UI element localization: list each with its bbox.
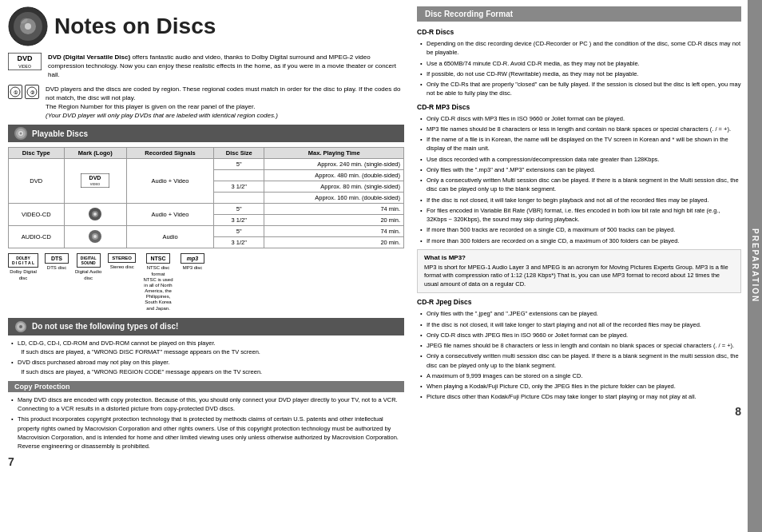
mp3-item-3: If the name of a file is in Korean, the … [420,135,741,153]
svg-point-23 [93,235,97,238]
what-is-mp3-box: What is MP3? MP3 is short for MPEG-1 Aud… [417,249,741,294]
cdr-item-2: Use a 650MB/74 minute CD-R. Avoid CD-R m… [420,59,741,68]
mp3-item-7: If the disc is not closed, it will take … [420,196,741,204]
cdr-mp3-list: Only CD-R discs with MP3 files in ISO 96… [417,114,741,245]
col-signals: Recorded Signals [126,148,213,159]
col-time: Max. Playing Time [264,148,404,159]
cdr-mp3-title: CD-R MP3 Discs [417,103,741,111]
dts-logo: DTS [45,253,69,264]
region-section: ① ② DVD players and the discs are coded … [8,85,404,121]
region-icon-2: ② [25,85,39,99]
disc-type-dvd: DVD [9,159,65,204]
dvd-logo-icon: DVD VIDEO [8,53,42,70]
warning-header: Do not use the following types of disc! [8,318,404,335]
region-icons: ① ② [8,85,39,99]
col-size: Disc Size [214,148,264,159]
cdr-discs-list: Depending on the disc recording device (… [417,39,741,98]
dolby-logo: DOLBYD I G I T A L [8,253,38,268]
acd-time-31: 20 min. [264,237,404,248]
copy-protection-section: Copy Protection Many DVD discs are encod… [8,381,404,451]
jpeg-item-5: Only a consecutively written multi sessi… [420,351,741,370]
warning-icon [14,320,27,333]
cdr-discs-title: CD-R Discs [417,28,741,36]
dvd-logo-cell: DVD VIDEO [64,159,126,204]
logo-mp3: mp3 MP3 disc [181,253,204,271]
vcd-time-5: 74 min. [264,204,404,215]
mp3-box-text: MP3 is short for MPEG-1 Audio Layer 3 an… [424,264,734,289]
logo-ntsc: NTSC NTSC disc formatNTSC is used in all… [142,253,174,312]
svg-point-26 [19,325,22,328]
mp3-item-10: If more than 300 folders are recorded on… [420,236,741,245]
jpeg-item-6: A maximum of 9,999 images can be stored … [420,371,741,380]
page-header: Notes on Discs [8,6,404,46]
svg-text:①: ① [14,90,18,95]
table-row: VIDEO-CD Audio + Video 5" 74 min. [9,204,404,215]
copy-item-1: Many DVD discs are encoded with copy pro… [11,395,404,414]
table-row: DVD DVD VIDEO Audio + Video 5" Approx. 2… [9,159,404,170]
copy-protection-list: Many DVD discs are encoded with copy pro… [8,395,404,451]
cdr-jpeg-list: Only files with the ".jpeg" and ".JPEG" … [417,309,741,401]
region-description: DVD players and the discs are coded by r… [46,85,404,121]
vcd-logo-cell [64,204,126,226]
digital-logo: DIGITALSOUND [77,253,101,268]
acd-size-31: 3 1/2" [214,237,264,248]
region-icon-1: ① [8,85,22,99]
svg-text:VIDEO: VIDEO [90,182,100,186]
playable-discs-title: Playable Discs [32,129,88,138]
acd-signals: Audio [126,226,213,248]
warning-section: Do not use the following types of disc! … [8,318,404,376]
dvd-size-5: 5" [214,159,264,170]
disc-type-vcd: VIDEO-CD [9,204,65,226]
left-page: Notes on Discs DVD VIDEO DVD (Digital Ve… [0,0,412,532]
dvd-size-blank1 [214,170,264,181]
table-row: AUDIO-CD Audio 5" 74 min. [9,226,404,237]
svg-text:DVD: DVD [89,175,101,181]
mp3-item-4: Use discs recorded with a compression/de… [420,155,741,164]
dvd-bold-text: DVD (Digital Versatile Disc) [48,54,130,61]
logo-stereo: STEREO Stereo disc [108,253,136,270]
page-title: Notes on Discs [54,14,216,39]
copy-item-2: This product incorporates copyright prot… [11,415,404,451]
preparation-tab: PREPARATION [748,0,762,532]
dvd-size-31: 3 1/2" [214,181,264,193]
disc-type-acd: AUDIO-CD [9,226,65,248]
vcd-signals: Audio + Video [126,204,213,226]
stereo-label: Stereo disc [110,264,134,270]
mp3-item-1: Only CD-R discs with MP3 files in ISO 96… [420,114,741,123]
page-number-right: 8 [417,405,741,418]
digital-label: Digital Audiodisc [75,269,101,280]
cdr-jpeg-title: CD-R Jpeg Discs [417,298,741,306]
right-panel: Disc Recording Format CD-R Discs Dependi… [412,0,748,532]
logo-digital: DIGITALSOUND Digital Audiodisc [75,253,101,280]
region-note: (Your DVD player will only play DVDs tha… [46,112,278,119]
dolby-label: Dolby Digitaldisc [10,269,37,280]
jpeg-item-1: Only files with the ".jpeg" and ".JPEG" … [420,309,741,318]
svg-point-14 [20,133,22,135]
logo-dolby: DOLBYD I G I T A L Dolby Digitaldisc [8,253,38,280]
mp3-item-2: MP3 file names should be 8 characters or… [420,125,741,133]
mp3-item-9: If more than 500 tracks are recorded on … [420,225,741,234]
col-mark: Mark (Logo) [64,148,126,159]
dvd-size-blank2 [214,193,264,204]
dvd-time-5-double: Approx. 480 min. (double-sided) [264,170,404,181]
logo-dts: DTS DTS disc [45,253,69,271]
dvd-signals: Audio + Video [126,159,213,204]
jpeg-item-7: When playing a Kodak/Fuji Picture CD, on… [420,382,741,391]
vcd-time-31: 20 min. [264,215,404,226]
acd-size-5: 5" [214,226,264,237]
cdr-item-1: Depending on the disc recording device (… [420,39,741,58]
playable-discs-header: Playable Discs [8,125,404,142]
svg-point-20 [93,212,97,216]
dvd-time-31-double: Approx. 160 min. (double-sided) [264,193,404,204]
mp3-item-5: Only files with the ".mp3" and ".MP3" ex… [420,165,741,174]
copy-protection-header: Copy Protection [8,381,404,392]
mp3-box-title: What is MP3? [424,254,734,261]
disc-recording-header: Disc Recording Format [417,6,741,22]
acd-time-5: 74 min. [264,226,404,237]
warning-title: Do not use the following types of disc! [32,322,178,331]
warning-item-1: LD, CD-G, CD-I, CD-ROM and DVD-ROM canno… [11,339,404,357]
disc-logos-row: DOLBYD I G I T A L Dolby Digitaldisc DTS… [8,253,404,312]
jpeg-item-3: Only CD-R discs with JPEG files in ISO 9… [420,331,741,339]
stereo-logo: STEREO [108,253,136,263]
svg-point-3 [25,23,31,30]
